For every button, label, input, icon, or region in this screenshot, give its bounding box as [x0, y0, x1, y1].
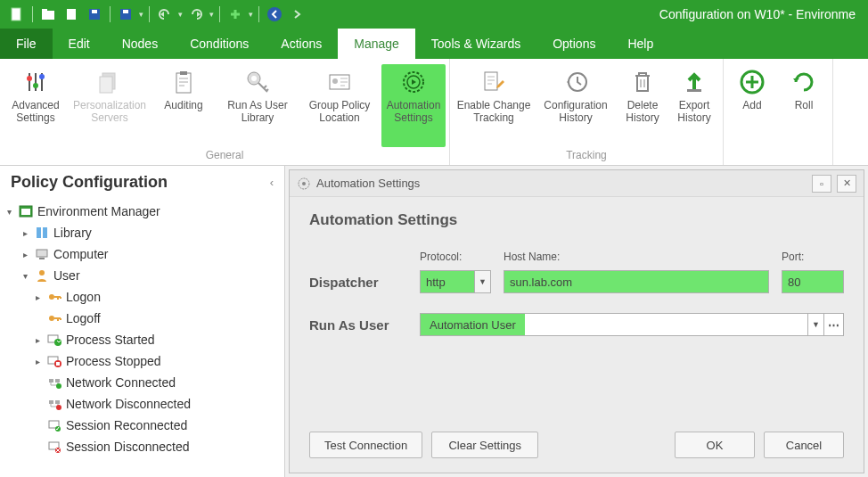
dialog-heading: Automation Settings: [309, 211, 844, 229]
ribbon-advanced-settings[interactable]: AdvancedSettings: [4, 64, 68, 147]
ribbon-automation-settings[interactable]: AutomationSettings: [381, 64, 446, 147]
back-icon[interactable]: [265, 4, 284, 24]
qat-doc-icon[interactable]: [61, 4, 81, 24]
chevron-down-icon[interactable]: ▼: [474, 271, 490, 292]
ribbon-run-as-user[interactable]: Run As UserLibrary: [217, 64, 298, 147]
ribbon-delete-history[interactable]: DeleteHistory: [618, 64, 667, 147]
svg-rect-22: [485, 72, 497, 90]
runas-user-select[interactable]: Automation User ▼ ⋯: [420, 313, 844, 336]
menu-edit[interactable]: Edit: [53, 29, 106, 59]
port-label: Port:: [782, 251, 844, 263]
qat-saveas-icon[interactable]: [116, 4, 135, 24]
automation-settings-dialog: Automation Settings ▫ ✕ Automation Setti…: [289, 169, 864, 473]
collapse-toggle[interactable]: ▾: [4, 207, 14, 217]
menu-bar: File Edit Nodes Conditions Actions Manag…: [0, 29, 868, 59]
tree-library[interactable]: ▸ Library: [4, 222, 281, 243]
key-icon: [46, 289, 62, 305]
collapse-icon[interactable]: ‹: [270, 176, 274, 189]
tree-logon[interactable]: ▸ Logon: [4, 286, 281, 308]
rollback-icon: [790, 68, 818, 96]
menu-manage[interactable]: Manage: [338, 29, 415, 59]
svg-point-17: [251, 76, 257, 81]
expand-toggle[interactable]: ▸: [20, 250, 30, 259]
session-on-icon: [46, 417, 62, 433]
menu-nodes[interactable]: Nodes: [106, 29, 174, 59]
tree-computer[interactable]: ▸ Computer: [4, 243, 281, 265]
tree-process-started[interactable]: ▸ Process Started: [4, 329, 281, 350]
test-connection-button[interactable]: Test Connection: [309, 432, 422, 458]
tree-session-reconnected[interactable]: ▸ Session Reconnected: [4, 415, 281, 436]
ribbon-group-policy[interactable]: Group PolicyLocation: [299, 64, 380, 147]
tree-session-disconnected[interactable]: ▸ Session Disconnected: [4, 436, 281, 457]
menu-file[interactable]: File: [0, 29, 53, 59]
qat-save-icon[interactable]: [85, 4, 104, 24]
menu-conditions[interactable]: Conditions: [174, 29, 265, 59]
svg-rect-31: [37, 250, 47, 257]
ribbon-group-tracking: Tracking: [454, 147, 719, 163]
svg-rect-24: [637, 76, 648, 91]
menu-options[interactable]: Options: [536, 29, 611, 59]
expand-toggle[interactable]: ▸: [20, 228, 30, 238]
svg-rect-25: [687, 89, 701, 92]
add-circle-icon: [738, 68, 766, 96]
redo-icon[interactable]: [186, 4, 206, 24]
expand-toggle[interactable]: ▸: [32, 357, 43, 366]
ribbon-export-history[interactable]: ExportHistory: [669, 64, 719, 147]
tree-network-connected[interactable]: ▸ Network Connected: [4, 372, 281, 393]
collapse-toggle[interactable]: ▾: [20, 271, 30, 281]
menu-help[interactable]: Help: [611, 29, 669, 59]
browse-button[interactable]: ⋯: [823, 314, 843, 335]
ribbon-personalization-servers: PersonalizationServers: [70, 64, 150, 147]
menu-actions[interactable]: Actions: [265, 29, 338, 59]
ribbon-group-general: General: [4, 147, 446, 163]
gear-play-icon: [399, 68, 428, 96]
tree-root[interactable]: ▾ Environment Manager: [4, 201, 281, 222]
computer-icon: [34, 246, 50, 262]
svg-rect-42: [55, 379, 60, 382]
protocol-label: Protocol:: [420, 251, 491, 263]
hostname-input[interactable]: sun.lab.com: [504, 270, 769, 293]
svg-point-46: [56, 405, 61, 410]
qat-new-icon[interactable]: [7, 4, 27, 24]
svg-point-19: [332, 78, 338, 84]
protocol-select[interactable]: http ▼: [420, 270, 491, 293]
runas-label: Run As User: [309, 317, 407, 333]
undo-icon[interactable]: [155, 4, 175, 24]
pencil-doc-icon: [479, 68, 508, 96]
chevron-down-icon[interactable]: ▼: [807, 314, 823, 335]
ribbon-rollback[interactable]: Roll: [779, 64, 829, 147]
ribbon-config-history[interactable]: ConfigurationHistory: [536, 64, 616, 147]
menu-tools[interactable]: Tools & Wizards: [415, 29, 536, 59]
ribbon-add[interactable]: Add: [727, 64, 777, 147]
plus-icon[interactable]: [225, 4, 245, 24]
cancel-button[interactable]: Cancel: [764, 432, 844, 458]
qat-open-icon[interactable]: [38, 4, 58, 24]
tree-logoff[interactable]: ▸ Logoff: [4, 308, 281, 329]
trash-icon: [628, 68, 657, 96]
tree-network-disconnected[interactable]: ▸ Network Disconnected: [4, 393, 281, 415]
svg-point-9: [27, 76, 32, 81]
ribbon-enable-change-tracking[interactable]: Enable ChangeTracking: [454, 64, 534, 147]
expand-toggle[interactable]: ▸: [32, 292, 43, 302]
ribbon-auditing[interactable]: Auditing: [151, 64, 216, 147]
svg-point-10: [33, 83, 38, 88]
port-input[interactable]: 80: [782, 270, 844, 293]
tree-process-stopped[interactable]: ▸ Process Stopped: [4, 350, 281, 372]
history-icon: [561, 68, 590, 96]
expand-toggle[interactable]: ▸: [32, 335, 43, 345]
dialog-container: Automation Settings ▫ ✕ Automation Setti…: [285, 166, 868, 477]
network-off-icon: [46, 396, 62, 412]
forward-icon[interactable]: [288, 4, 307, 24]
tree-user[interactable]: ▾ User: [4, 265, 281, 286]
ok-button[interactable]: OK: [675, 432, 755, 458]
close-button[interactable]: ✕: [837, 175, 856, 193]
svg-point-52: [302, 182, 306, 185]
dialog-titlebar: Automation Settings ▫ ✕: [290, 170, 864, 197]
svg-rect-1: [42, 11, 54, 20]
svg-rect-0: [12, 8, 20, 21]
quick-access-toolbar: ▾ ▾ ▾ ▾ Configuration on W10* - Environm…: [0, 0, 868, 29]
svg-rect-40: [56, 362, 60, 366]
restore-button[interactable]: ▫: [812, 175, 831, 193]
clear-settings-button[interactable]: Clear Settings: [431, 432, 538, 458]
gear-icon: [297, 177, 311, 191]
